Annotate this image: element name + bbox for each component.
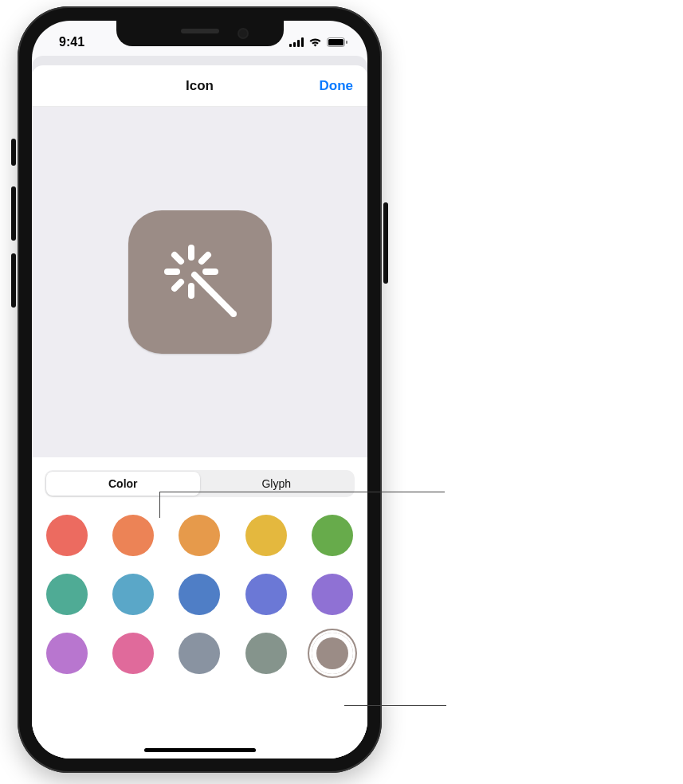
color-swatch-purple[interactable] <box>46 633 88 674</box>
color-swatch-light-blue[interactable] <box>112 574 154 615</box>
svg-line-15 <box>175 282 181 288</box>
color-swatch-yellow[interactable] <box>245 515 287 556</box>
color-swatch-orange-red[interactable] <box>112 515 154 556</box>
svg-rect-2 <box>297 40 300 47</box>
phone-screen: 9:41 <box>32 21 367 759</box>
picker-area: Color Glyph <box>32 457 367 759</box>
nav-bar: Icon Done <box>32 65 367 107</box>
svg-line-13 <box>175 255 181 261</box>
color-swatch-sage[interactable] <box>245 633 287 674</box>
page-title: Icon <box>186 78 214 94</box>
color-swatch-pink[interactable] <box>112 633 154 674</box>
svg-rect-0 <box>289 44 292 47</box>
color-swatch-taupe[interactable] <box>312 633 353 674</box>
svg-point-8 <box>230 311 237 317</box>
segmented-control: Color Glyph <box>45 470 355 497</box>
wifi-icon <box>308 37 322 47</box>
volume-up-button <box>11 186 16 241</box>
done-button[interactable]: Done <box>320 78 354 94</box>
home-indicator[interactable] <box>144 748 256 752</box>
tab-glyph[interactable]: Glyph <box>200 472 354 496</box>
battery-icon <box>327 37 348 47</box>
color-swatch-slate[interactable] <box>179 633 220 674</box>
color-swatch-blue[interactable] <box>179 574 220 615</box>
icon-editor-sheet: Icon Done <box>32 65 367 759</box>
color-swatch-red[interactable] <box>46 515 88 556</box>
speaker <box>181 29 219 33</box>
front-camera <box>239 29 247 37</box>
cellular-icon <box>289 37 304 47</box>
icon-preview-area <box>32 107 367 457</box>
side-button <box>383 202 388 284</box>
svg-line-14 <box>202 255 208 261</box>
color-swatch-green[interactable] <box>312 515 353 556</box>
svg-rect-3 <box>301 37 304 47</box>
tab-color[interactable]: Color <box>46 472 200 496</box>
volume-down-button <box>11 253 16 308</box>
status-indicators <box>289 37 348 47</box>
svg-rect-1 <box>293 42 296 47</box>
status-time: 9:41 <box>59 35 84 49</box>
phone-frame: 9:41 <box>18 6 382 773</box>
color-swatch-violet[interactable] <box>312 574 353 615</box>
color-swatch-teal[interactable] <box>46 574 88 615</box>
svg-rect-6 <box>346 41 347 44</box>
color-swatch-orange[interactable] <box>179 515 220 556</box>
color-grid <box>45 515 355 674</box>
icon-preview <box>128 210 272 354</box>
magic-wand-icon <box>156 237 244 327</box>
svg-rect-5 <box>328 39 343 45</box>
notch <box>116 21 284 46</box>
mute-switch <box>11 139 16 166</box>
color-swatch-indigo[interactable] <box>245 574 287 615</box>
svg-line-7 <box>194 275 233 313</box>
